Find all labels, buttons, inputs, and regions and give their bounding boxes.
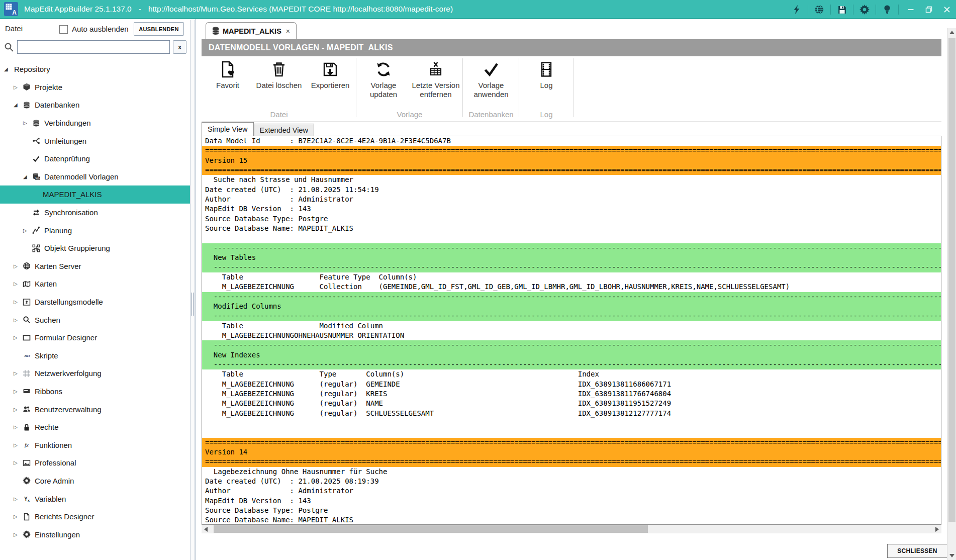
expander-collapsed-icon[interactable]: ▷	[14, 496, 23, 502]
auto-hide-checkbox[interactable]	[59, 25, 68, 34]
expander-collapsed-icon[interactable]: ▷	[14, 514, 23, 519]
tree-item-datenprüfung[interactable]: Datenprüfung	[0, 150, 190, 168]
ausblenden-button[interactable]: AUSBLENDEN	[134, 22, 184, 36]
expander-collapsed-icon[interactable]: ▷	[14, 460, 23, 465]
report-line: M_LAGEBEZEICHNUNGOHNEHAUSNUMMER ORIENTAT…	[202, 331, 941, 340]
scroll-left-button[interactable]	[202, 525, 210, 533]
expander-collapsed-icon[interactable]: ▷	[23, 120, 32, 126]
tree-item-repository[interactable]: ◢Repository	[0, 60, 190, 78]
exportieren-button[interactable]: Exportieren	[305, 59, 355, 90]
scroll-down-button[interactable]	[947, 551, 956, 560]
svg-text:.NET: .NET	[24, 354, 31, 357]
tree-item-datenmodell-vorlagen[interactable]: ◢SQLDatenmodell Vorlagen	[0, 168, 190, 186]
horizontal-scrollbar[interactable]	[202, 525, 941, 533]
log-button[interactable]: Log	[521, 59, 571, 90]
tree-item-formular-designer[interactable]: ▷Formular Designer	[0, 329, 190, 347]
view-tab-extended-view[interactable]: Extended View	[254, 124, 314, 136]
function-icon: fx	[23, 441, 34, 449]
tree-item-variablen[interactable]: ▷YxVariablen	[0, 490, 190, 508]
tree-item-einstellungen[interactable]: ▷Einstellungen	[0, 525, 190, 543]
tree-item-suchen[interactable]: ▷Suchen	[0, 311, 190, 329]
tree-item-netzwerkverfolgung[interactable]: ▷Netzwerkverfolgung	[0, 364, 190, 383]
green-rule-line: ----------------------------------------…	[202, 292, 941, 302]
green-rule-line: ----------------------------------------…	[202, 243, 941, 253]
tree-item-karten[interactable]: ▷Karten	[0, 275, 190, 293]
search-input[interactable]	[17, 40, 170, 54]
expander-collapsed-icon[interactable]: ▷	[14, 263, 23, 269]
expander-collapsed-icon[interactable]: ▷	[14, 532, 23, 537]
horizontal-scroll-thumb[interactable]	[214, 525, 648, 533]
expander-collapsed-icon[interactable]: ▷	[14, 424, 23, 430]
tree-item-mapedit_alkis[interactable]: MAPEDIT_ALKIS	[0, 185, 190, 204]
expander-collapsed-icon[interactable]: ▷	[14, 370, 23, 376]
restore-button[interactable]	[920, 0, 938, 19]
tree-item-datenbanken[interactable]: ◢Datenbanken	[0, 96, 190, 114]
view-tab-simple-view[interactable]: Simple View	[202, 122, 254, 136]
favorit-button[interactable]: Favorit	[203, 59, 253, 90]
lightning-icon[interactable]	[792, 5, 802, 15]
report-line: Table Type Column(s) Index	[202, 369, 941, 379]
expander-collapsed-icon[interactable]: ▷	[14, 335, 23, 340]
titlebar-icons	[788, 0, 901, 19]
tree-item-karten-server[interactable]: ▷Karten Server	[0, 257, 190, 275]
tree-item-ribbons[interactable]: ▷Ribbons	[0, 383, 190, 401]
tree-item-label: Ribbons	[35, 387, 62, 396]
filmstrip-icon	[537, 59, 555, 79]
tree-item-professional[interactable]: ▷Professional	[0, 454, 190, 472]
tree-item-funktionen[interactable]: ▷fxFunktionen	[0, 436, 190, 454]
expander-collapsed-icon[interactable]: ▷	[14, 299, 23, 305]
save-icon[interactable]	[837, 5, 847, 15]
vertical-scroll-thumb[interactable]	[948, 38, 955, 522]
tree-item-darstellungsmodelle[interactable]: ▷Darstellungsmodelle	[0, 293, 190, 311]
letzte-version-entfernen-button[interactable]: Letzte Version entfernen	[411, 59, 461, 99]
gear-icon[interactable]	[859, 5, 870, 15]
tree-item-umleitungen[interactable]: Umleitungen	[0, 132, 190, 150]
tree-item-rechte[interactable]: ▷Rechte	[0, 418, 190, 436]
expander-expanded-icon[interactable]: ◢	[14, 102, 23, 108]
tree-item-skripte[interactable]: .NETSkripte	[0, 347, 190, 365]
expander-collapsed-icon[interactable]: ▷	[23, 228, 32, 233]
expander-expanded-icon[interactable]: ◢	[4, 66, 13, 72]
tree-item-objekt-gruppierung[interactable]: Objekt Gruppierung	[0, 239, 190, 257]
panel-header: DATENMODELL VORLAGEN - MAPEDIT_ALKIS	[202, 39, 941, 56]
menu-datei[interactable]: Datei	[5, 24, 23, 33]
panel-splitter[interactable]	[190, 20, 195, 560]
tree-item-core-admin[interactable]: Core Admin	[0, 472, 190, 490]
expander-collapsed-icon[interactable]: ▷	[14, 281, 23, 287]
tree-item-verbindungen[interactable]: ▷Verbindungen	[0, 114, 190, 132]
document-tab-mapedit-alkis[interactable]: MAPEDIT_ALKIS ×	[206, 22, 297, 39]
tree-item-projekte[interactable]: ▷Projekte	[0, 78, 190, 97]
vorlage-updaten-button[interactable]: Vorlage updaten	[358, 59, 409, 99]
expander-collapsed-icon[interactable]: ▷	[14, 407, 23, 412]
globe-icon[interactable]	[814, 5, 824, 15]
tree-item-synchronisation[interactable]: Synchronisation	[0, 204, 190, 222]
orange-rule-line: ========================================…	[202, 146, 941, 155]
minimize-button[interactable]	[902, 0, 920, 19]
datamodel-report: Data Model Id : B7E2C1A2-8C2E-4E2A-9B1A-…	[202, 136, 941, 525]
tree-item-label: Umleitungen	[44, 137, 86, 145]
close-button[interactable]	[938, 0, 956, 19]
scroll-right-button[interactable]	[933, 525, 941, 533]
expander-collapsed-icon[interactable]: ▷	[14, 84, 23, 90]
tree-item-berichts-designer[interactable]: ▷Berichts Designer	[0, 508, 190, 526]
expander-collapsed-icon[interactable]: ▷	[14, 317, 23, 323]
schliessen-button[interactable]: SCHLIESSEN	[887, 544, 947, 558]
toolbar-group-label: Log	[519, 110, 573, 119]
expander-expanded-icon[interactable]: ◢	[23, 174, 32, 179]
vertical-scrollbar[interactable]	[947, 28, 956, 560]
vorlage-anwenden-button[interactable]: Vorlage anwenden	[466, 59, 516, 99]
blank-line	[202, 233, 941, 243]
tree-item-planung[interactable]: ▷Planung	[0, 221, 190, 239]
report-line: Table Feature Type Column(s)	[202, 272, 941, 282]
version-header-line: Version 15	[202, 156, 941, 165]
tab-close-icon[interactable]: ×	[286, 27, 290, 35]
tree-item-benutzerverwaltung[interactable]: ▷Benutzerverwaltung	[0, 400, 190, 418]
document-tab-label: MAPEDIT_ALKIS	[223, 27, 281, 35]
expander-collapsed-icon[interactable]: ▷	[14, 442, 23, 448]
search-clear-button[interactable]: x	[173, 40, 186, 54]
lightbulb-icon[interactable]	[882, 5, 892, 15]
datei-loeschen-button[interactable]: Datei löschen	[254, 59, 304, 90]
gear-icon	[23, 477, 34, 485]
scroll-up-button[interactable]	[947, 28, 956, 37]
expander-collapsed-icon[interactable]: ▷	[14, 389, 23, 394]
